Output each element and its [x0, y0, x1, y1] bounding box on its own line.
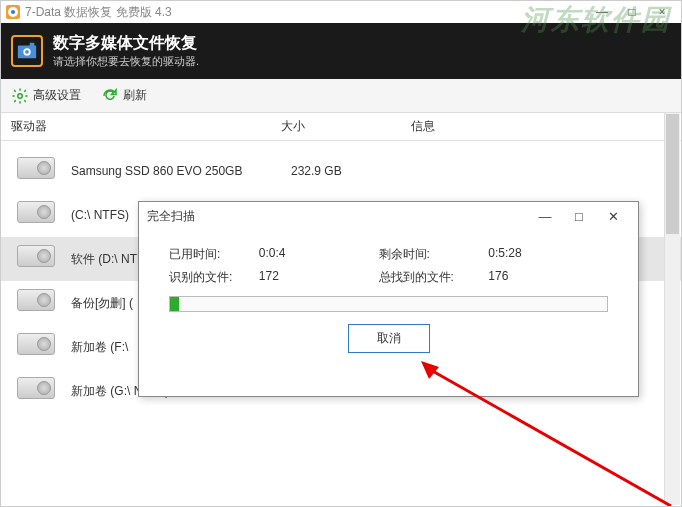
- advanced-settings-button[interactable]: 高级设置: [11, 87, 81, 105]
- refresh-label: 刷新: [123, 87, 147, 104]
- drive-row[interactable]: Samsung SSD 860 EVO 250GB 232.9 GB: [1, 149, 681, 193]
- column-headers: 驱动器 大小 信息: [1, 113, 681, 141]
- remaining-value: 0:5:28: [488, 246, 608, 263]
- found-value: 176: [488, 269, 608, 286]
- disk-icon: [17, 289, 61, 317]
- disk-icon: [17, 157, 61, 185]
- dialog-body: 已用时间: 0:0:4 剩余时间: 0:5:28 识别的文件: 172 总找到的…: [139, 230, 638, 363]
- svg-point-2: [11, 10, 15, 14]
- minimize-button[interactable]: —: [587, 5, 617, 19]
- cancel-button[interactable]: 取消: [348, 324, 430, 353]
- window-controls: — □ ×: [587, 5, 677, 19]
- gear-icon: [11, 87, 29, 105]
- disk-icon: [17, 377, 61, 405]
- dialog-titlebar: 完全扫描 — □ ✕: [139, 202, 638, 230]
- dialog-close-button[interactable]: ✕: [596, 209, 630, 224]
- dialog-title: 完全扫描: [147, 208, 195, 225]
- refresh-icon: [101, 87, 119, 105]
- header-title: 数字多媒体文件恢复: [53, 33, 199, 54]
- toolbar: 高级设置 刷新: [1, 79, 681, 113]
- maximize-button[interactable]: □: [617, 5, 647, 19]
- col-drive[interactable]: 驱动器: [11, 118, 281, 135]
- scan-dialog: 完全扫描 — □ ✕ 已用时间: 0:0:4 剩余时间: 0:5:28 识别的文…: [138, 201, 639, 397]
- title-bar: 7-Data 数据恢复 免费版 4.3 — □ ×: [1, 1, 681, 23]
- svg-rect-6: [30, 43, 35, 47]
- window-title: 7-Data 数据恢复 免费版 4.3: [25, 4, 172, 21]
- stats-row: 已用时间: 0:0:4 剩余时间: 0:5:28: [169, 246, 608, 263]
- recognized-value: 172: [259, 269, 379, 286]
- dialog-buttons: 取消: [169, 324, 608, 353]
- dialog-controls: — □ ✕: [528, 209, 630, 224]
- elapsed-label: 已用时间:: [169, 246, 259, 263]
- scrollbar-thumb[interactable]: [666, 114, 679, 234]
- svg-point-7: [18, 93, 23, 98]
- drive-size: 232.9 GB: [291, 164, 342, 178]
- elapsed-value: 0:0:4: [259, 246, 379, 263]
- dialog-maximize-button[interactable]: □: [562, 209, 596, 224]
- advanced-settings-label: 高级设置: [33, 87, 81, 104]
- app-icon: [5, 4, 21, 20]
- close-button[interactable]: ×: [647, 5, 677, 19]
- media-recovery-icon: [11, 35, 43, 67]
- col-size[interactable]: 大小: [281, 118, 411, 135]
- recognized-label: 识别的文件:: [169, 269, 259, 286]
- svg-point-5: [25, 50, 29, 54]
- progress-bar: [169, 296, 608, 312]
- scrollbar[interactable]: [664, 113, 680, 505]
- disk-icon: [17, 333, 61, 361]
- dialog-minimize-button[interactable]: —: [528, 209, 562, 224]
- found-label: 总找到的文件:: [379, 269, 489, 286]
- drive-name: Samsung SSD 860 EVO 250GB: [71, 164, 291, 178]
- header-subtitle: 请选择你想要去恢复的驱动器.: [53, 54, 199, 69]
- disk-icon: [17, 245, 61, 273]
- header: 数字多媒体文件恢复 请选择你想要去恢复的驱动器.: [1, 23, 681, 79]
- col-info[interactable]: 信息: [411, 118, 681, 135]
- disk-icon: [17, 201, 61, 229]
- progress-fill: [170, 297, 179, 311]
- remaining-label: 剩余时间:: [379, 246, 489, 263]
- refresh-button[interactable]: 刷新: [101, 87, 147, 105]
